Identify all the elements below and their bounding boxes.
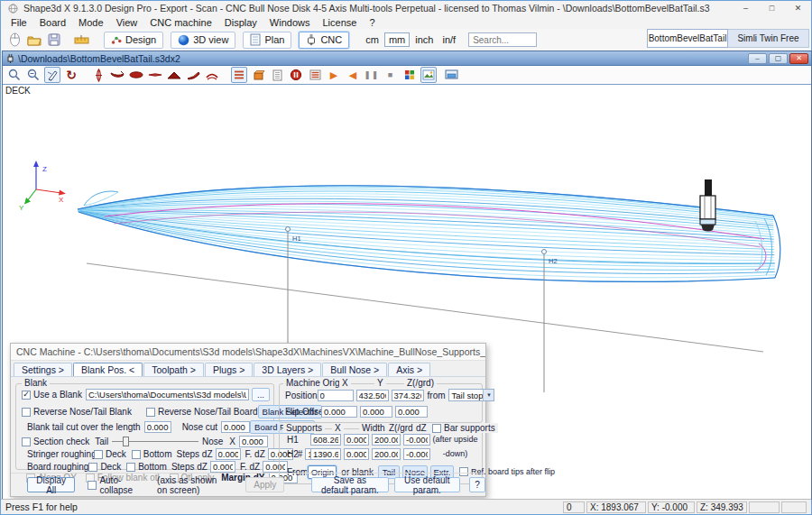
bar-supports-checkbox[interactable] xyxy=(432,424,441,433)
rocker-view-icon[interactable] xyxy=(109,67,125,83)
menu-mode[interactable]: Mode xyxy=(72,17,110,28)
pan-tool-icon[interactable] xyxy=(44,67,60,83)
cnc-panel-titlebar[interactable]: CNC Machine - C:\Users\thoma\Documents\S… xyxy=(11,344,485,361)
unit-mm[interactable]: mm xyxy=(384,32,410,47)
board-bottom-checkbox[interactable] xyxy=(126,463,135,472)
menu-view[interactable]: View xyxy=(110,17,144,28)
panel-help-button[interactable]: ? xyxy=(469,477,485,492)
toolpath-list-icon[interactable] xyxy=(307,67,323,83)
menu-windows[interactable]: Windows xyxy=(263,17,317,28)
menu--[interactable]: ? xyxy=(363,17,381,28)
h2-x-field[interactable] xyxy=(310,448,341,460)
flip-x-field[interactable] xyxy=(321,406,357,418)
measure-icon[interactable] xyxy=(73,32,89,48)
section-check-checkbox[interactable] xyxy=(22,437,31,446)
axis-triad: ZXY xyxy=(19,161,66,212)
simulate-forward-icon[interactable]: ▶ xyxy=(326,67,342,83)
plan-view-button[interactable]: Plan xyxy=(243,32,291,49)
section-slider-thumb[interactable] xyxy=(123,437,129,446)
use-blank-checkbox[interactable]: ✓ xyxy=(22,391,31,400)
panel-tab-3d-layers[interactable]: 3D Layers > xyxy=(254,363,321,376)
tail-cut-field[interactable] xyxy=(144,421,171,433)
outline-view-icon[interactable] xyxy=(90,67,106,83)
browse-blank-button[interactable]: ... xyxy=(252,388,270,401)
flip-z-field[interactable] xyxy=(395,406,428,418)
save-icon[interactable] xyxy=(46,32,62,48)
minimize-button[interactable]: – xyxy=(733,1,759,15)
doc-close-button[interactable]: ✕ xyxy=(789,53,808,64)
h1-x-field[interactable] xyxy=(310,434,341,446)
record-icon[interactable] xyxy=(288,67,304,83)
section-x-field[interactable] xyxy=(239,436,268,447)
h1-width-field[interactable] xyxy=(344,434,369,446)
rail-slash-icon[interactable] xyxy=(185,67,201,83)
close-button[interactable]: ✕ xyxy=(785,1,811,15)
h2-width-field[interactable] xyxy=(344,448,369,460)
color-grid-icon[interactable] xyxy=(401,67,418,83)
spec-sheet-icon[interactable] xyxy=(269,67,285,83)
panel-tab-toolpath[interactable]: Toolpath > xyxy=(143,363,204,376)
stop-icon[interactable]: ■ xyxy=(383,67,399,83)
h1-z-field[interactable] xyxy=(372,434,401,446)
zoom-out-icon[interactable] xyxy=(25,67,42,83)
panel-tab-axis[interactable]: Axis > xyxy=(388,363,430,376)
fullscreen-icon[interactable] xyxy=(443,67,459,83)
layers-view-icon[interactable] xyxy=(231,67,247,83)
panel-tab-plugs[interactable]: Plugs > xyxy=(205,363,253,376)
stringer-steps-field[interactable] xyxy=(216,448,241,460)
panel-tab-settings[interactable]: Settings > xyxy=(14,363,72,376)
auto-collapse-checkbox[interactable] xyxy=(88,481,97,490)
cnc-mode-button[interactable]: CNC xyxy=(299,32,349,49)
doc-tab-bottombevelbattail[interactable]: BottomBevelBatTail xyxy=(647,29,728,48)
doc-minimize-button[interactable]: – xyxy=(748,53,767,64)
simulate-back-icon[interactable]: ◀ xyxy=(345,67,361,83)
panel-tab-bull-nose[interactable]: Bull Nose > xyxy=(322,363,387,376)
pause-icon[interactable]: ❚❚ xyxy=(364,67,380,83)
reverse-board-checkbox[interactable] xyxy=(146,408,155,417)
plan-shape-icon[interactable] xyxy=(128,67,144,83)
menu-file[interactable]: File xyxy=(5,17,33,28)
position-z-field[interactable] xyxy=(392,390,424,401)
menu-board[interactable]: Board xyxy=(33,17,72,28)
blank-box-icon[interactable] xyxy=(250,67,266,83)
open-file-icon[interactable] xyxy=(26,32,42,48)
design-mode-button[interactable]: Design xyxy=(104,32,163,49)
texture-view-icon[interactable] xyxy=(420,67,437,83)
menu-license[interactable]: License xyxy=(316,17,363,28)
dome-section-icon[interactable] xyxy=(204,67,220,83)
search-input[interactable] xyxy=(468,32,537,47)
3d-viewport[interactable]: DECK H1H2ZXY CNC Machine - C:\Users\thom… xyxy=(3,85,811,499)
3d-view-button[interactable]: 3D view xyxy=(171,32,235,49)
zoom-in-icon[interactable] xyxy=(6,67,23,83)
h2-z-field[interactable] xyxy=(372,448,401,460)
board-deck-checkbox[interactable] xyxy=(88,463,97,472)
doc-restore-button[interactable]: ▢ xyxy=(769,53,788,64)
use-default-button[interactable]: Use default param. xyxy=(394,477,460,492)
origin-from-select[interactable]: Tail stop▼ xyxy=(448,389,495,401)
position-x-field[interactable] xyxy=(318,390,354,401)
stringer-deck-checkbox[interactable] xyxy=(94,450,103,459)
doc-tab-simli-twin-free[interactable]: Simli Twin Free xyxy=(728,29,809,48)
section-slider[interactable] xyxy=(112,441,198,442)
stringer-bottom-checkbox[interactable] xyxy=(132,450,141,459)
panel-tab-blank-pos[interactable]: Blank Pos. < xyxy=(73,363,143,376)
h2-dz-field[interactable] xyxy=(403,448,430,460)
flip-y-field[interactable] xyxy=(360,406,392,418)
save-default-button[interactable]: Save as default param. xyxy=(311,477,388,492)
blank-path-field[interactable] xyxy=(86,389,249,400)
maximize-button[interactable]: □ xyxy=(759,1,785,15)
mouse-tool-icon[interactable] xyxy=(6,32,23,48)
menu-display[interactable]: Display xyxy=(218,17,263,28)
reverse-blank-checkbox[interactable] xyxy=(22,408,31,417)
nose-cut-field[interactable] xyxy=(221,421,250,433)
position-y-field[interactable] xyxy=(356,390,389,401)
thin-section-icon[interactable] xyxy=(147,67,163,83)
menu-cnc-machine[interactable]: CNC machine xyxy=(143,17,217,28)
unit-cm[interactable]: cm xyxy=(362,34,383,45)
unit-in-f[interactable]: in/f xyxy=(438,34,459,45)
display-all-button[interactable]: Display All xyxy=(27,477,75,492)
rail-section-icon[interactable] xyxy=(166,67,182,83)
rotate-view-icon[interactable]: ↻ xyxy=(63,67,79,83)
unit-inch[interactable]: inch xyxy=(411,34,437,45)
h1-dz-field[interactable] xyxy=(403,434,430,446)
